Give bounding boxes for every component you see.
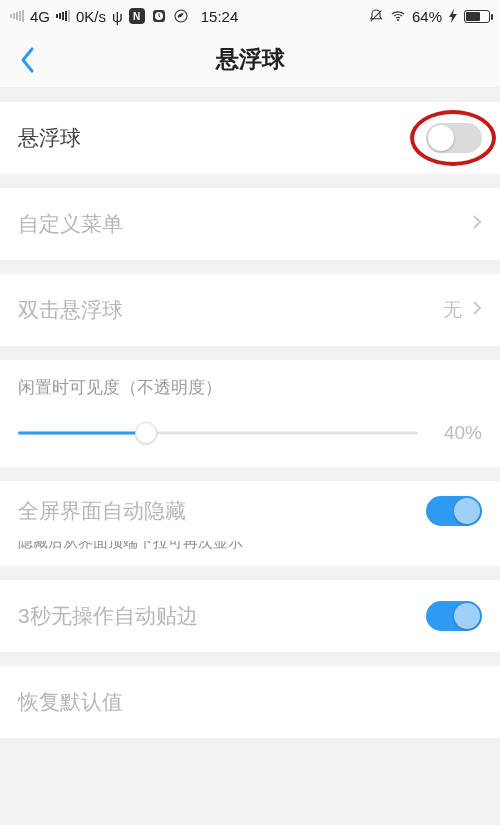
row-double-tap[interactable]: 双击悬浮球 无 xyxy=(0,274,500,346)
usb-icon: ψ xyxy=(112,8,123,25)
nav-header: 悬浮球 xyxy=(0,32,500,88)
floatball-label: 悬浮球 xyxy=(18,124,81,152)
status-time: 15:24 xyxy=(201,8,239,25)
fullscreen-hide-label: 全屏界面自动隐藏 xyxy=(18,497,186,525)
chevron-right-icon xyxy=(472,214,482,234)
auto-edge-label: 3秒无操作自动贴边 xyxy=(18,602,198,630)
lightning-icon xyxy=(448,9,458,23)
row-custom-menu[interactable]: 自定义菜单 xyxy=(0,188,500,260)
chevron-right-icon xyxy=(472,300,482,320)
floatball-toggle[interactable] xyxy=(426,123,482,153)
network-type: 4G xyxy=(30,8,50,25)
row-opacity: 闲置时可见度（不透明度） 40% xyxy=(0,360,500,467)
wifi-icon xyxy=(390,8,406,24)
slider-thumb[interactable] xyxy=(135,422,157,444)
double-tap-label: 双击悬浮球 xyxy=(18,296,123,324)
page-title: 悬浮球 xyxy=(216,44,285,75)
auto-edge-toggle[interactable] xyxy=(426,601,482,631)
back-button[interactable] xyxy=(8,32,48,87)
dnd-icon xyxy=(368,8,384,24)
signal-bars2-icon xyxy=(56,10,70,22)
leaf-icon xyxy=(173,8,189,24)
row-auto-edge: 3秒无操作自动贴边 xyxy=(0,580,500,652)
battery-icon xyxy=(464,10,490,23)
opacity-title: 闲置时可见度（不透明度） xyxy=(18,376,482,399)
row-reset-defaults[interactable]: 恢复默认值 xyxy=(0,666,500,738)
status-right: 64% xyxy=(368,8,490,25)
status-bar: 4G 0K/s ψ N 15:24 64% xyxy=(0,0,500,32)
custom-menu-label: 自定义菜单 xyxy=(18,210,123,238)
fullscreen-hide-toggle[interactable] xyxy=(426,496,482,526)
opacity-percent: 40% xyxy=(436,422,482,444)
opacity-slider[interactable] xyxy=(18,421,418,445)
clock-app-icon xyxy=(151,8,167,24)
double-tap-value: 无 xyxy=(443,297,462,323)
app-badge-icon: N xyxy=(129,8,145,24)
row-floatball: 悬浮球 xyxy=(0,102,500,174)
svg-point-4 xyxy=(397,19,399,21)
battery-pct: 64% xyxy=(412,8,442,25)
row-fullscreen-hide: 全屏界面自动隐藏 xyxy=(0,481,500,541)
status-left: 4G 0K/s ψ N 15:24 xyxy=(10,8,238,25)
signal-bars-icon xyxy=(10,10,24,22)
reset-label: 恢复默认值 xyxy=(18,688,123,716)
net-speed: 0K/s xyxy=(76,8,106,25)
